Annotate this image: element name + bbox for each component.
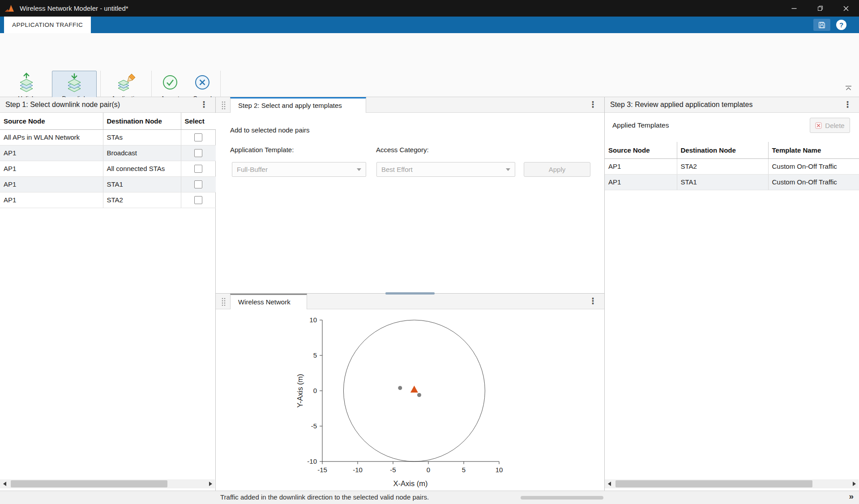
drag-handle-icon[interactable] [221,297,226,306]
select-checkbox[interactable] [194,133,202,141]
minimize-icon [791,6,797,11]
svg-text:10: 10 [496,466,503,474]
scroll-right-icon [209,482,212,486]
svg-text:-5: -5 [311,422,317,430]
apply-button[interactable]: Apply [524,162,590,177]
destination-node-cell: Broadcast [103,145,181,161]
close-button[interactable] [833,0,859,17]
delete-icon [815,122,822,129]
apply-button-label: Apply [549,166,566,173]
applied-templates-toolbar: Applied Templates Delete [605,117,859,133]
window-title: Wireless Network Modeler - untitled* [20,4,128,12]
step2-content: Add to selected node pairs Application T… [216,113,604,293]
title-bar[interactable]: Wireless Network Modeler - untitled* [0,0,859,17]
select-checkbox[interactable] [194,149,202,157]
svg-text:Y-Axis (m): Y-Axis (m) [296,374,304,407]
uplink-application-icon [17,73,36,92]
scroll-right-button[interactable] [850,479,859,488]
applied-template-row[interactable]: AP1 STA1 Custom On-Off Traffic [605,174,859,190]
scroll-left-icon [608,482,611,486]
step3-menu-icon[interactable]: ⋮ [843,100,852,110]
step2-menu-icon[interactable]: ⋮ [589,100,597,110]
window-controls [781,0,859,17]
column-header-source-node: Source Node [605,142,677,158]
scroll-left-button[interactable] [0,479,9,488]
scroll-left-button[interactable] [605,479,614,488]
source-node-cell: AP1 [0,145,103,161]
delete-button[interactable]: Delete [810,118,850,133]
node-pair-row[interactable]: AP1 All connected STAs [0,161,216,176]
applied-template-row[interactable]: AP1 STA2 Custom On-Off Traffic [605,158,859,174]
tab-wireless-network[interactable]: Wireless Network [230,294,307,309]
table-header-row: Source Node Destination Node Select [0,113,216,129]
matlab-logo-icon [4,4,14,13]
network-menu-icon[interactable]: ⋮ [589,296,597,306]
svg-text:-10: -10 [307,457,317,465]
svg-text:-5: -5 [390,466,396,474]
collapse-ribbon-button[interactable] [845,85,852,93]
select-checkbox[interactable] [194,180,202,188]
node-pair-row[interactable]: AP1 STA1 [0,176,216,192]
status-scrollbar-thumb[interactable] [521,496,603,500]
save-icon [818,21,826,29]
splitter-handle[interactable] [385,292,435,295]
source-node-cell: AP1 [605,174,677,190]
step3-title: Step 3: Review applied application templ… [605,97,752,112]
cancel-icon [192,73,212,92]
select-checkbox[interactable] [194,196,202,204]
status-expand-icon[interactable]: » [849,491,854,501]
scroll-right-icon [853,482,856,486]
step3-panel-header: Step 3: Review applied application templ… [605,97,859,113]
svg-text:-15: -15 [317,466,327,474]
save-button[interactable] [813,19,830,31]
network-plot: -15 -10 -5 0 5 10 10 5 0 -5 -10 X-Axis (… [295,316,508,495]
access-category-dropdown[interactable]: Best Effort [376,162,515,177]
column-header-select: Select [181,113,216,129]
application-templates-icon [116,73,136,92]
applied-templates-table: Source Node Destination Node Template Na… [605,142,859,190]
status-message: Traffic added in the downlink direction … [220,491,429,504]
downlink-application-icon [64,73,84,92]
template-name-cell: Custom On-Off Traffic [768,158,859,174]
node-pair-row[interactable]: All APs in WLAN Network STAs [0,129,216,145]
select-checkbox[interactable] [194,165,202,173]
horizontal-scrollbar[interactable] [605,479,859,488]
application-template-dropdown[interactable]: Full-Buffer [232,162,366,177]
scrollbar-thumb[interactable] [11,480,167,487]
network-plot-area: -15 -10 -5 0 5 10 10 5 0 -5 -10 X-Axis (… [216,309,604,491]
node-pair-row[interactable]: AP1 STA2 [0,192,216,208]
horizontal-scrollbar[interactable] [0,479,215,488]
destination-node-cell: All connected STAs [103,161,181,176]
toolstrip-tab-bar: APPLICATION TRAFFIC ? [0,17,859,33]
tab-application-traffic[interactable]: APPLICATION TRAFFIC [4,17,91,33]
chevron-down-icon [506,168,510,171]
destination-node-cell: STA2 [677,158,768,174]
application-template-label: Application Template: [230,146,294,154]
minimize-button[interactable] [781,0,807,17]
svg-text:X-Axis (m): X-Axis (m) [393,479,428,487]
source-node-cell: AP1 [0,192,103,208]
source-node-cell: AP1 [605,158,677,174]
maximize-button[interactable] [807,0,833,17]
drag-handle-icon[interactable] [221,101,226,110]
destination-node-cell: STA1 [677,174,768,190]
applied-templates-label: Applied Templates [605,117,669,133]
status-bar: Traffic added in the downlink direction … [0,491,859,504]
column-header-destination-node: Destination Node [677,142,768,158]
table-header-row: Source Node Destination Node Template Na… [605,142,859,158]
source-node-cell: All APs in WLAN Network [0,129,103,145]
scroll-right-button[interactable] [206,479,215,488]
step2-tab-label: Step 2: Select and apply templates [238,102,342,109]
help-button[interactable]: ? [836,20,846,30]
node-pair-row[interactable]: AP1 Broadcast [0,145,216,161]
access-category-value: Best Effort [377,162,413,176]
tab-step2[interactable]: Step 2: Select and apply templates [230,97,366,113]
scroll-left-icon [3,482,6,486]
collapse-ribbon-icon [845,85,852,91]
scrollbar-thumb[interactable] [615,480,812,487]
workspace: Step 1: Select downlink node pair(s) ⋮ S… [0,97,859,491]
step1-menu-icon[interactable]: ⋮ [200,100,208,110]
source-node-cell: AP1 [0,176,103,192]
sta-node-marker [398,386,402,390]
svg-text:5: 5 [462,466,466,474]
